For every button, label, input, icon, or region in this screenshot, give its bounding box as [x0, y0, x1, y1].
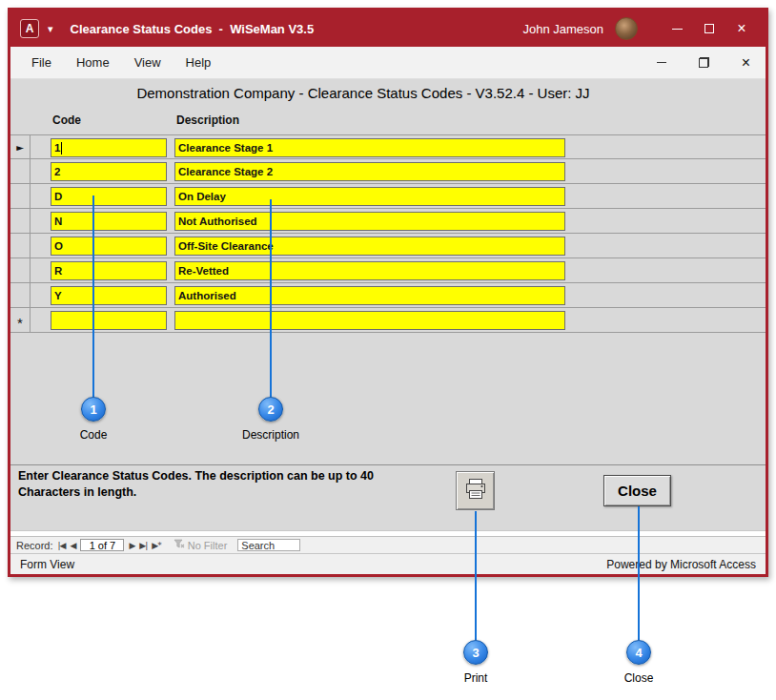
window-controls: × — [661, 15, 758, 42]
callout-3-label: Print — [464, 671, 488, 685]
maximize-icon — [705, 24, 714, 33]
print-button[interactable] — [456, 471, 495, 510]
previous-record-button[interactable]: ◀ — [71, 541, 76, 550]
form-header: Demonstration Company - Clearance Status… — [49, 85, 678, 101]
menu-item-view[interactable]: View — [134, 55, 161, 70]
table-row: O Off-Site Clearance — [10, 234, 766, 258]
code-field[interactable]: D — [51, 187, 167, 206]
record-selector[interactable]: ► — [10, 135, 31, 158]
record-selector[interactable] — [10, 283, 31, 307]
new-record-button[interactable]: ▶* — [152, 541, 160, 550]
next-record-button[interactable]: ▶ — [129, 541, 134, 550]
record-selector[interactable] — [10, 209, 31, 233]
minimize-icon — [657, 62, 666, 63]
user-name: John Jameson — [522, 22, 603, 36]
access-app-icon[interactable]: A — [20, 19, 39, 38]
app-window: A ▾ Clearance Status Codes - WiSeMan V3.… — [8, 8, 768, 577]
record-selector[interactable] — [10, 258, 31, 282]
inner-minimize-button[interactable] — [657, 62, 666, 63]
code-field[interactable]: 1 — [51, 138, 167, 157]
code-field[interactable]: R — [51, 261, 167, 280]
description-field-empty[interactable] — [174, 311, 565, 330]
minimize-button[interactable] — [661, 15, 693, 42]
menu-item-help[interactable]: Help — [186, 55, 212, 70]
new-record-row: * — [10, 308, 766, 333]
column-header-description: Description — [176, 113, 239, 127]
table-row: D On Delay — [10, 184, 766, 209]
table-row: R Re-Vetted — [10, 258, 766, 283]
description-field[interactable]: Authorised — [174, 286, 565, 305]
current-record-arrow-icon: ► — [16, 142, 24, 153]
description-field[interactable]: Not Authorised — [174, 212, 565, 231]
panel-divider — [10, 464, 766, 465]
table-row: Y Authorised — [10, 283, 766, 308]
record-selector[interactable] — [10, 184, 31, 208]
restore-icon — [699, 57, 709, 68]
menu-item-home[interactable]: Home — [76, 55, 110, 70]
search-input[interactable] — [237, 539, 300, 551]
last-record-button[interactable]: ▶| — [139, 541, 147, 550]
callout-4-circle: 4 — [626, 640, 651, 665]
no-filter-label: No Filter — [188, 540, 228, 551]
page: A ▾ Clearance Status Codes - WiSeMan V3.… — [0, 0, 776, 700]
menubar: File Home View Help × — [10, 47, 766, 79]
status-right-text: Powered by Microsoft Access — [606, 558, 756, 571]
menu-item-file[interactable]: File — [31, 55, 51, 70]
record-selector[interactable] — [10, 159, 31, 183]
code-field[interactable]: O — [51, 237, 167, 256]
record-nav-label: Record: — [16, 540, 53, 551]
description-field[interactable]: Clearance Stage 1 — [174, 138, 565, 157]
new-record-asterisk-icon: * — [17, 309, 23, 331]
first-record-button[interactable]: |◀ — [58, 541, 66, 550]
avatar — [615, 17, 638, 40]
titlebar: A ▾ Clearance Status Codes - WiSeMan V3.… — [10, 10, 766, 47]
filter-toggle[interactable]: No Filter — [174, 539, 228, 551]
minimize-icon — [672, 29, 683, 30]
no-filter-icon — [174, 539, 185, 551]
record-selector[interactable] — [10, 234, 31, 257]
table-row: ► 1 Clearance Stage 1 — [10, 134, 766, 159]
window-title: Clearance Status Codes - WiSeMan V3.5 — [71, 22, 315, 36]
form-body: Demonstration Company - Clearance Status… — [10, 79, 766, 536]
code-field[interactable]: Y — [51, 286, 167, 305]
description-field[interactable]: Re-Vetted — [174, 261, 565, 280]
description-field[interactable]: Clearance Stage 2 — [174, 162, 565, 181]
horizontal-scroll-strip — [10, 530, 766, 536]
code-field-empty[interactable] — [51, 311, 167, 330]
records-table: ► 1 Clearance Stage 1 2 Clearance Stage … — [10, 134, 766, 333]
close-form-button[interactable]: Close — [603, 475, 671, 506]
callout-4-label: Close — [624, 671, 654, 685]
callout-3-circle: 3 — [463, 640, 488, 665]
close-window-button[interactable]: × — [725, 15, 758, 42]
printer-icon — [463, 478, 488, 504]
record-navigation-bar: Record: |◀ ◀ ▶ ▶| ▶* No Filter — [10, 536, 766, 553]
code-field[interactable]: N — [51, 212, 167, 231]
record-position-input[interactable] — [80, 539, 124, 551]
code-field[interactable]: 2 — [51, 162, 167, 181]
inner-close-button[interactable]: × — [742, 55, 750, 71]
inner-window-controls: × — [657, 55, 750, 71]
column-header-code: Code — [52, 113, 81, 127]
table-row: 2 Clearance Stage 2 — [10, 159, 766, 184]
description-field[interactable]: Off-Site Clearance — [174, 237, 565, 256]
inner-restore-button[interactable] — [699, 57, 709, 68]
status-left-text: Form View — [20, 558, 74, 571]
new-record-selector[interactable]: * — [10, 308, 31, 332]
chevron-down-icon[interactable]: ▾ — [48, 23, 53, 35]
table-row: N Not Authorised — [10, 209, 766, 234]
statusbar: Form View Powered by Microsoft Access — [10, 553, 766, 574]
maximize-button[interactable] — [693, 15, 725, 42]
description-field[interactable]: On Delay — [174, 187, 565, 206]
instruction-text: Enter Clearance Status Codes. The descri… — [18, 468, 438, 501]
text-cursor — [61, 142, 62, 154]
